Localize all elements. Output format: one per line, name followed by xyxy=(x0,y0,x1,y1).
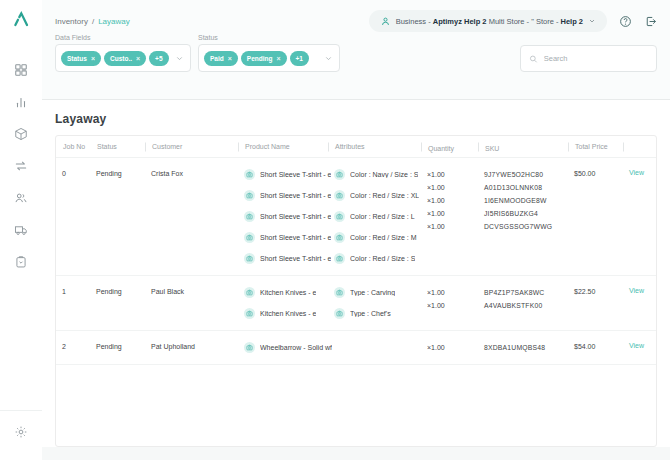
table-row: 2PendingPat UphollandWheelbarrow - Solid… xyxy=(56,331,656,365)
attribute-image-icon xyxy=(334,232,345,243)
quantity-cell: ×1.00×1.00 xyxy=(427,282,484,324)
product-image-icon xyxy=(244,342,255,353)
column-header-quantity: Quantity xyxy=(427,141,484,152)
product-name: Short Sleeve T-shirt - e xyxy=(260,255,331,262)
column-header-sku: SKU xyxy=(484,141,574,152)
product-name: Short Sleeve T-shirt - e xyxy=(260,234,331,241)
product-item: Short Sleeve T-shirt - e xyxy=(244,248,334,269)
attribute-image-icon xyxy=(334,253,345,264)
chevron-down-icon[interactable] xyxy=(175,54,184,63)
product-item: Short Sleeve T-shirt - e xyxy=(244,206,334,227)
chevron-down-icon xyxy=(588,17,596,25)
quantity-value: ×1.00 xyxy=(427,194,484,207)
quantity-value: ×1.00 xyxy=(427,299,484,312)
topbar: Inventory / Layaway Business - Aptimyz H… xyxy=(42,0,670,34)
product-item: Short Sleeve T-shirt - e xyxy=(244,227,334,248)
status-cell: Pending xyxy=(96,164,151,269)
attribute-item: Color : Red / Size : M xyxy=(334,227,427,248)
view-link[interactable]: View xyxy=(629,282,656,294)
settings-icon[interactable] xyxy=(14,425,28,443)
filter-chip[interactable]: Pending× xyxy=(241,51,287,66)
dashboard-icon[interactable] xyxy=(14,62,29,77)
column-header-customer: Customer xyxy=(151,143,244,150)
job-no-cell: 2 xyxy=(62,337,96,358)
breadcrumb-parent[interactable]: Inventory xyxy=(55,17,88,26)
filter-chip-count[interactable]: +1 xyxy=(290,51,309,66)
filter-chip[interactable]: Paid× xyxy=(204,51,238,66)
chip-remove-icon[interactable]: × xyxy=(228,55,232,62)
sku-value: 9J7YWE5O2HC80 xyxy=(484,168,574,181)
filter-chip[interactable]: Custo..× xyxy=(104,51,146,66)
view-link[interactable]: View xyxy=(629,337,656,349)
attribute-item: Color : Red / Size : XL xyxy=(334,185,427,206)
sku-cell: BP4Z1P7SAK8WCA4VAUBKSTFK00 xyxy=(484,282,574,324)
filter-chip[interactable]: Status× xyxy=(61,51,101,66)
attribute-image-icon xyxy=(334,190,345,201)
chip-remove-icon[interactable]: × xyxy=(91,55,95,62)
customers-icon[interactable] xyxy=(14,190,29,205)
transfers-icon[interactable] xyxy=(14,158,29,173)
main-area: Inventory / Layaway Business - Aptimyz H… xyxy=(42,0,670,460)
chip-label: +5 xyxy=(155,55,162,62)
column-header-total-price: Total Price xyxy=(574,143,629,150)
page-title: Layaway xyxy=(55,112,657,126)
attribute-item: Type : Carving xyxy=(334,282,427,303)
chip-remove-icon[interactable]: × xyxy=(276,55,280,62)
sku-cell: 9J7YWE5O2HC80A01D13OLNNK081I6ENMOODGE8WJ… xyxy=(484,164,574,269)
attribute-text: Color : Red / Size : S xyxy=(350,255,415,262)
attributes-cell xyxy=(334,337,427,358)
table-row: 0PendingCrista FoxShort Sleeve T-shirt -… xyxy=(56,158,656,276)
sidebar xyxy=(0,0,42,460)
view-link[interactable]: View xyxy=(629,164,656,176)
action-cell: View xyxy=(629,282,656,324)
data-fields-dropdown[interactable]: Status×Custo..×+5 xyxy=(55,44,191,72)
help-icon[interactable] xyxy=(618,14,632,28)
sidebar-nav xyxy=(14,62,29,269)
store-selector[interactable]: Business - Aptimyz Help 2 Multi Store - … xyxy=(369,10,607,32)
attribute-image-icon xyxy=(334,308,345,319)
product-image-icon xyxy=(244,308,255,319)
sku-value: 1I6ENMOODGE8W xyxy=(484,194,574,207)
product-image-icon xyxy=(244,211,255,222)
brand-logo[interactable] xyxy=(11,9,31,29)
status-dropdown[interactable]: Paid×Pending×+1 xyxy=(198,44,340,72)
chip-label: Pending xyxy=(247,55,273,62)
total-price-cell: $54.00 xyxy=(574,337,629,358)
inventory-icon[interactable] xyxy=(14,126,29,141)
analytics-icon[interactable] xyxy=(14,94,29,109)
action-cell: View xyxy=(629,164,656,269)
quantity-value: ×1.00 xyxy=(427,207,484,220)
attributes-cell: Type : CarvingType : Chef's xyxy=(334,282,427,324)
user-icon xyxy=(380,16,391,27)
top-section: Inventory / Layaway Business - Aptimyz H… xyxy=(42,0,670,100)
product-item: Wheelbarrow - Solid wf xyxy=(244,337,334,358)
chevron-down-icon[interactable] xyxy=(324,54,333,63)
sku-value: A4VAUBKSTFK00 xyxy=(484,299,574,312)
delivery-icon[interactable] xyxy=(14,222,29,237)
logo-icon xyxy=(12,10,30,28)
data-fields-filter-group: Data Fields Status×Custo..×+5 xyxy=(55,34,191,72)
attribute-text: Color : Navy / Size : S xyxy=(350,171,418,178)
app-window: Inventory / Layaway Business - Aptimyz H… xyxy=(0,0,670,460)
filter-chip-count[interactable]: +5 xyxy=(149,51,168,66)
quantity-value: ×1.00 xyxy=(427,168,484,181)
table-row: 1PendingPaul BlackKitchen Knives - eKitc… xyxy=(56,276,656,331)
sku-value: JI5RIS6BUZKG4 xyxy=(484,207,574,220)
product-name: Kitchen Knives - e xyxy=(260,310,316,317)
orders-icon[interactable] xyxy=(14,254,29,269)
quantity-cell: ×1.00 xyxy=(427,337,484,358)
product-name: Short Sleeve T-shirt - e xyxy=(260,213,331,220)
chip-remove-icon[interactable]: × xyxy=(136,55,140,62)
status-filter-label: Status xyxy=(198,34,340,41)
search-input[interactable] xyxy=(544,54,648,63)
column-header-attributes: Attributes xyxy=(334,143,427,150)
attribute-image-icon xyxy=(334,211,345,222)
attribute-image-icon xyxy=(334,287,345,298)
product-image-icon xyxy=(244,287,255,298)
column-header-product-name: Product Name xyxy=(244,143,334,150)
breadcrumb-current[interactable]: Layaway xyxy=(98,17,130,26)
logout-icon[interactable] xyxy=(643,14,657,28)
attribute-text: Color : Red / Size : XL xyxy=(350,192,419,199)
search-box xyxy=(520,45,657,72)
product-name-cell: Kitchen Knives - eKitchen Knives - e xyxy=(244,282,334,324)
